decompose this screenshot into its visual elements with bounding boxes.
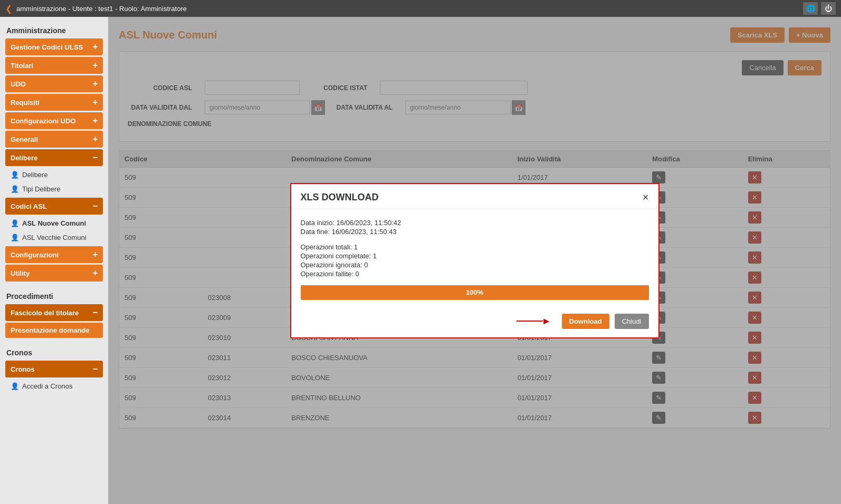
expand-icon: +	[93, 98, 98, 107]
sidebar-item-requisiti[interactable]: Requisiti +	[5, 94, 103, 111]
sidebar-item-configurazioni-udo[interactable]: Configurazioni UDO +	[5, 112, 103, 129]
arrow-indicator: ►	[517, 316, 551, 327]
collapse-icon: −	[93, 308, 98, 317]
sidebar-sub-asl-vecchie-comuni[interactable]: 👤 ASL Vecchie Comuni	[0, 230, 108, 245]
sidebar-item-fascicolo[interactable]: Fascicolo del titolare −	[5, 304, 103, 321]
operazioni-complete-text: Operazioni completate: 1	[301, 252, 649, 260]
person-icon: 👤	[11, 185, 19, 193]
arrow-line	[517, 321, 543, 322]
collapse-icon: −	[93, 364, 98, 374]
modal-close-button[interactable]: ×	[643, 191, 649, 203]
progress-bar-inner: 100%	[301, 285, 649, 300]
modal-overlay: XLS DOWNLOAD × Data inizio: 16/06/2023, …	[108, 17, 841, 504]
progress-label: 100%	[466, 288, 483, 296]
download-button[interactable]: Download	[562, 314, 609, 329]
sidebar-item-titolari[interactable]: Titolari +	[5, 57, 103, 74]
sidebar-item-generali[interactable]: Generali +	[5, 131, 103, 148]
operazioni-ignorata-text: Operazioni ignorata: 0	[301, 261, 649, 269]
procedimenti-section-title: Procedimenti	[0, 288, 108, 303]
modal-footer: ► Download Chiudi	[291, 314, 658, 337]
globe-button[interactable]: 🌐	[803, 2, 818, 15]
admin-section-title: Amministrazione	[0, 22, 108, 37]
collapse-icon: −	[93, 153, 98, 162]
sidebar-item-presentazione-domande[interactable]: Presentazione domande	[5, 323, 103, 338]
progress-bar-outer: 100%	[301, 285, 649, 300]
person-icon: 👤	[11, 382, 19, 390]
person-icon: 👤	[11, 171, 19, 179]
expand-icon: +	[93, 134, 98, 144]
title-bar: ❮ amministrazione - Utente : test1 - Ruo…	[0, 0, 841, 17]
sidebar-item-udo[interactable]: UDO +	[5, 75, 103, 92]
data-fine-text: Data fine: 16/06/2023, 11:50:43	[301, 228, 649, 236]
cronos-section-title: Cronos	[0, 344, 108, 359]
modal-body: Data inizio: 16/06/2023, 11:50:42 Data f…	[291, 209, 658, 314]
expand-icon: +	[93, 268, 98, 278]
operazioni-fallite-text: Operazioni fallite: 0	[301, 270, 649, 278]
power-button[interactable]: ⏻	[821, 2, 836, 15]
expand-icon: +	[93, 116, 98, 125]
operazioni-totali-text: Operazioni totali: 1	[301, 243, 649, 251]
chiudi-button[interactable]: Chiudi	[615, 314, 649, 329]
sidebar-item-cronos[interactable]: Cronos −	[5, 361, 103, 377]
title-bar-text: amministrazione - Utente : test1 - Ruolo…	[16, 5, 187, 13]
sidebar-sub-tipi-delibere[interactable]: 👤 Tipi Delibere	[0, 182, 108, 196]
arrow-head-icon: ►	[542, 316, 551, 327]
modal-header: XLS DOWNLOAD ×	[291, 184, 658, 209]
sidebar-sub-accedi-cronos[interactable]: 👤 Accedi a Cronos	[0, 379, 108, 393]
modal-title: XLS DOWNLOAD	[301, 192, 379, 203]
xls-download-modal: XLS DOWNLOAD × Data inizio: 16/06/2023, …	[290, 183, 660, 338]
sidebar-item-codici-asl[interactable]: Codici ASL −	[5, 198, 103, 215]
collapse-arrow-icon[interactable]: ❮	[5, 4, 12, 14]
person-icon: 👤	[11, 234, 19, 241]
collapse-icon: −	[93, 201, 98, 211]
sidebar: Amministrazione Gestione Codici ULSS + T…	[0, 17, 108, 504]
sidebar-item-utility[interactable]: Utility +	[5, 265, 103, 282]
expand-icon: +	[93, 61, 98, 70]
sidebar-item-configurazioni[interactable]: Configurazioni +	[5, 246, 103, 263]
sidebar-item-gestione-codici-ulss[interactable]: Gestione Codici ULSS +	[5, 38, 103, 55]
expand-icon: +	[93, 79, 98, 89]
expand-icon: +	[93, 42, 98, 52]
sidebar-sub-asl-nuove-comuni[interactable]: 👤 ASL Nuove Comuni	[0, 216, 108, 230]
modal-stats: Operazioni totali: 1 Operazioni completa…	[301, 243, 649, 278]
expand-icon: +	[93, 250, 98, 259]
person-icon: 👤	[11, 219, 19, 227]
main-layout: Amministrazione Gestione Codici ULSS + T…	[0, 17, 841, 504]
data-inizio-text: Data inizio: 16/06/2023, 11:50:42	[301, 219, 649, 227]
content-area: ASL Nuove Comuni Scarica XLS + Nuova Can…	[108, 17, 841, 504]
sidebar-sub-delibere[interactable]: 👤 Delibere	[0, 168, 108, 182]
sidebar-item-delibere[interactable]: Delibere −	[5, 149, 103, 166]
